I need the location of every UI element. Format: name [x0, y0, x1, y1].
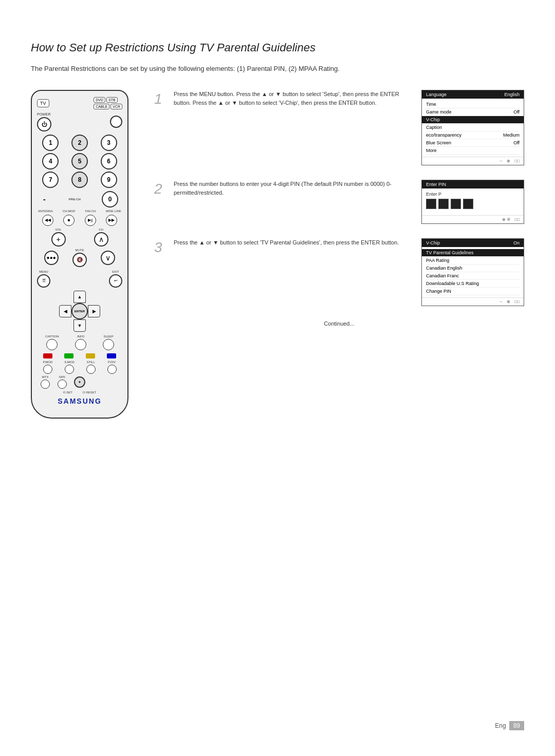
mtx-button[interactable]: MTX — [41, 375, 50, 389]
oset-label: O.SET — [63, 391, 72, 394]
steps-container: 1 Press the MENU button. Press the ▲ or … — [154, 90, 524, 327]
ch-label: CH — [99, 228, 103, 231]
vcr-button[interactable]: VCR — [110, 104, 122, 109]
num-4-button[interactable]: 4 — [42, 153, 59, 169]
step-1-screen-header-left: Language — [426, 92, 447, 97]
num-2-button[interactable]: 2 — [71, 135, 88, 151]
tv-button[interactable]: TV — [37, 99, 49, 107]
chmgr-label: CH.MGR — [63, 210, 75, 213]
dash-button[interactable]: - — [41, 194, 48, 204]
step-3: 3 Press the ▲ or ▼ button to select 'TV … — [154, 238, 524, 306]
favch-label: FAV.CH — [85, 210, 96, 213]
mute-button[interactable]: 🔇 — [72, 253, 87, 267]
num-9-button[interactable]: 9 — [101, 172, 117, 188]
dpad-down-button[interactable]: ▼ — [73, 319, 86, 332]
step-3-screen-header-left: V-Chip — [426, 240, 440, 245]
step-1-number: 1 — [154, 92, 165, 106]
enter-button[interactable]: ENTER — [71, 303, 88, 319]
menu-button[interactable]: MENU ☰ — [37, 270, 50, 288]
num-8-button[interactable]: 8 — [71, 172, 88, 188]
vol-up-button[interactable]: + — [51, 232, 66, 247]
page-number: 89 — [509, 721, 524, 730]
sleep-button[interactable]: SLEEP — [103, 335, 114, 350]
step-3-text: Press the ▲ or ▼ button to select 'TV Pa… — [174, 238, 413, 248]
antenna-label: ANTENNA — [38, 210, 53, 213]
ff-button[interactable]: ▶▶ — [106, 215, 117, 226]
pmod-button[interactable]: P.MOD — [43, 361, 52, 374]
play-pause-button[interactable]: ▶|| — [85, 215, 96, 226]
cable-button[interactable]: CABLE — [94, 104, 109, 109]
pin-box-2 — [438, 199, 449, 209]
step-1: 1 Press the MENU button. Press the ▲ or … — [154, 90, 524, 165]
page-footer: Eng 89 — [495, 721, 524, 730]
mute-label: MUTE — [75, 249, 84, 252]
step-3-screen: V-Chip On TV Parental Guidelines PAA Rat… — [421, 238, 524, 306]
num-0-button[interactable]: 0 — [102, 191, 118, 207]
dpad-right-button[interactable]: ▶ — [88, 305, 100, 317]
step-2-text: Press the number buttons to enter your 4… — [174, 180, 413, 198]
step-3-screen-header-right: On — [513, 240, 520, 245]
srs-button[interactable]: SRS — [58, 375, 67, 389]
step-2-number: 2 — [154, 182, 165, 196]
num-6-button[interactable]: 6 — [101, 153, 117, 169]
pin-label: Enter P — [426, 192, 520, 197]
vol-label: VOL — [55, 228, 61, 231]
pre-ch-label: PRE-CH — [69, 198, 81, 201]
pin-box-4 — [463, 199, 473, 209]
vol-down-button[interactable]: ●●● — [44, 251, 59, 265]
footer-prefix: Eng — [495, 722, 506, 729]
info-button[interactable]: INFO — [75, 335, 86, 350]
page-title: How to Set up Restrictions Using TV Pare… — [31, 41, 524, 54]
num-7-button[interactable]: 7 — [42, 172, 59, 188]
step-1-screen: Language English Time Game modeOff V-Chi… — [421, 90, 524, 165]
step-1-screen-header-right: English — [504, 92, 520, 97]
pin-box-1 — [426, 199, 436, 209]
red-button[interactable] — [43, 353, 52, 358]
num-5-button[interactable]: 5 — [71, 153, 88, 169]
wiselink-label: WISE LINK — [106, 210, 121, 213]
ch-down-button[interactable]: ∨ — [101, 251, 115, 265]
center-button[interactable]: ● — [74, 376, 85, 388]
pin-box-3 — [451, 199, 461, 209]
yellow-button[interactable] — [86, 353, 95, 358]
dvd-button[interactable]: DVD — [94, 97, 105, 103]
exit-button[interactable]: EXIT ↩ — [109, 270, 122, 288]
step-3-number: 3 — [154, 240, 165, 255]
samsung-logo: SAMSUNG — [37, 397, 122, 405]
num-1-button[interactable]: 1 — [42, 135, 59, 151]
green-button[interactable] — [64, 353, 73, 358]
step-2-screen: Enter PIN Enter P — [421, 180, 524, 224]
dpad-up-button[interactable]: ▲ — [73, 291, 86, 303]
reset-label: O RESET — [83, 391, 96, 394]
stop-button[interactable]: ■ — [63, 215, 75, 226]
still-button[interactable]: STILL — [86, 361, 96, 374]
step-2-screen-header: Enter PIN — [426, 182, 446, 187]
power-label: POWER — [37, 112, 50, 116]
dpad: ▲ ◀ ENTER ▶ ▼ — [59, 291, 100, 332]
blue-button[interactable] — [107, 353, 116, 358]
remote-control: TV DVD STB CABLE VCR — [31, 90, 134, 419]
pdiv-button[interactable]: P.DIV — [107, 361, 117, 374]
caption-button[interactable]: CAPTION — [45, 335, 59, 350]
note-text: Continued... — [154, 320, 524, 327]
step-2: 2 Press the number buttons to enter your… — [154, 180, 524, 224]
power-button[interactable]: ⏻ — [37, 117, 51, 131]
source-button[interactable] — [110, 116, 122, 128]
smod-button[interactable]: S.MOD — [64, 361, 75, 374]
stb-button[interactable]: STB — [106, 97, 118, 103]
ch-up-button[interactable]: ∧ — [94, 232, 108, 247]
dpad-left-button[interactable]: ◀ — [59, 305, 71, 317]
rew-button[interactable]: ◀◀ — [42, 215, 53, 226]
page-description: The Parental Restrictions can be set by … — [31, 64, 524, 74]
num-3-button[interactable]: 3 — [101, 135, 117, 151]
step-1-text: Press the MENU button. Press the ▲ or ▼ … — [174, 90, 413, 108]
